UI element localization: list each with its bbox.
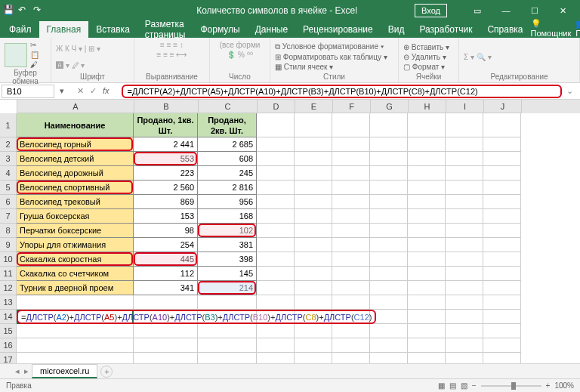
name-box[interactable]: B10 (2, 85, 54, 98)
paste-icon[interactable] (5, 43, 27, 67)
cell[interactable] (370, 252, 408, 267)
tab-home[interactable]: Главная (39, 21, 89, 38)
cell[interactable] (408, 295, 446, 310)
cell[interactable] (408, 166, 446, 181)
cell[interactable] (295, 238, 332, 252)
cell[interactable] (408, 281, 446, 295)
cell[interactable] (408, 181, 446, 195)
cell[interactable] (408, 224, 446, 238)
cell[interactable] (446, 181, 483, 195)
col-header[interactable]: F (333, 100, 371, 113)
zoom-out-icon[interactable]: − (472, 381, 477, 390)
cell[interactable]: 398 (198, 252, 257, 267)
row-header[interactable]: 7 (0, 209, 17, 224)
cell[interactable] (370, 113, 408, 137)
cell[interactable]: 341 (134, 281, 198, 295)
cell[interactable]: 223 (134, 166, 198, 181)
cell[interactable] (134, 338, 198, 353)
row-header[interactable]: 11 (0, 267, 17, 281)
cell[interactable] (257, 195, 295, 209)
cell[interactable] (446, 252, 483, 267)
cell[interactable]: Упоры для отжимания (17, 238, 134, 252)
share-button[interactable]: 👥 Поделиться (575, 19, 580, 38)
cell[interactable]: Турник в дверной проем (17, 281, 134, 295)
view-break-icon[interactable]: ▧ (461, 381, 467, 390)
cell[interactable]: 956 (198, 195, 257, 209)
row-header[interactable]: 9 (0, 238, 17, 252)
cell[interactable] (134, 324, 198, 338)
cell[interactable] (370, 181, 408, 195)
row-header[interactable]: 1 (0, 113, 17, 137)
cell[interactable] (295, 166, 332, 181)
cell[interactable] (257, 338, 295, 353)
close-icon[interactable]: ✕ (550, 1, 577, 20)
view-normal-icon[interactable]: ▦ (438, 381, 445, 390)
tell-me[interactable]: 💡 Помощник (531, 19, 572, 38)
cell[interactable] (408, 324, 446, 338)
cell[interactable]: Наименование (17, 113, 134, 137)
cell[interactable] (446, 166, 483, 181)
cell[interactable] (257, 152, 295, 166)
col-header[interactable]: B (134, 100, 199, 113)
autosave-icon[interactable]: 💾 (3, 5, 15, 17)
col-header[interactable]: D (258, 100, 295, 113)
col-header[interactable]: E (295, 100, 333, 113)
cell[interactable] (370, 209, 408, 224)
cell[interactable] (257, 238, 295, 252)
cell[interactable] (134, 295, 198, 310)
cell[interactable] (257, 224, 295, 238)
view-page-icon[interactable]: ▤ (449, 381, 456, 390)
cell[interactable] (370, 152, 408, 166)
cell[interactable] (17, 338, 134, 353)
cell[interactable] (332, 281, 370, 295)
row-header[interactable]: 8 (0, 224, 17, 238)
tab-review[interactable]: Рецензирование (295, 21, 381, 38)
expand-formula-icon[interactable]: ⌄ (566, 86, 580, 96)
cell[interactable] (483, 195, 521, 209)
cell[interactable] (198, 295, 257, 310)
cell[interactable] (446, 195, 483, 209)
cell[interactable] (483, 137, 521, 152)
col-header[interactable]: G (371, 100, 409, 113)
cell[interactable]: Продано, 1кв. Шт. (134, 113, 198, 137)
fx-icon[interactable]: fx (103, 86, 110, 96)
cell[interactable] (295, 195, 332, 209)
ribbon-options-icon[interactable]: ▭ (464, 1, 491, 20)
row-header[interactable]: 2 (0, 137, 17, 152)
cell[interactable]: 445 (134, 252, 198, 267)
cell[interactable] (408, 267, 446, 281)
cell[interactable] (257, 113, 295, 137)
cell[interactable] (295, 281, 332, 295)
cell[interactable] (257, 137, 295, 152)
cell[interactable]: Велосипед трековый (17, 195, 134, 209)
add-sheet-icon[interactable]: + (100, 366, 113, 378)
cell[interactable] (257, 166, 295, 181)
cell[interactable] (332, 324, 370, 338)
cell[interactable]: 145 (198, 267, 257, 281)
cancel-icon[interactable]: ✕ (77, 86, 84, 96)
cell[interactable] (408, 310, 446, 324)
cell[interactable] (483, 252, 521, 267)
col-header[interactable]: A (17, 100, 134, 113)
cell[interactable] (446, 209, 483, 224)
enter-icon[interactable]: ✓ (90, 86, 97, 96)
name-dropdown-icon[interactable]: ▾ (54, 86, 69, 96)
cell[interactable] (370, 137, 408, 152)
cell[interactable] (17, 324, 134, 338)
row-header[interactable]: 10 (0, 252, 17, 267)
cell[interactable] (446, 281, 483, 295)
cell[interactable] (370, 281, 408, 295)
tab-file[interactable]: Файл (2, 21, 39, 38)
row-header[interactable]: 12 (0, 281, 17, 295)
cell[interactable] (332, 338, 370, 353)
tab-formulas[interactable]: Формулы (193, 21, 247, 38)
cell[interactable] (332, 209, 370, 224)
minimize-icon[interactable]: — (492, 1, 520, 20)
tbl-format[interactable]: ⊞ Форматировать как таблицу ▾ (275, 53, 387, 61)
cell[interactable]: Продано, 2кв. Шт. (198, 113, 257, 137)
cell[interactable] (370, 338, 408, 353)
tab-help[interactable]: Справка (480, 21, 530, 38)
cell[interactable] (198, 324, 257, 338)
cell[interactable] (295, 113, 332, 137)
cell[interactable] (446, 324, 483, 338)
